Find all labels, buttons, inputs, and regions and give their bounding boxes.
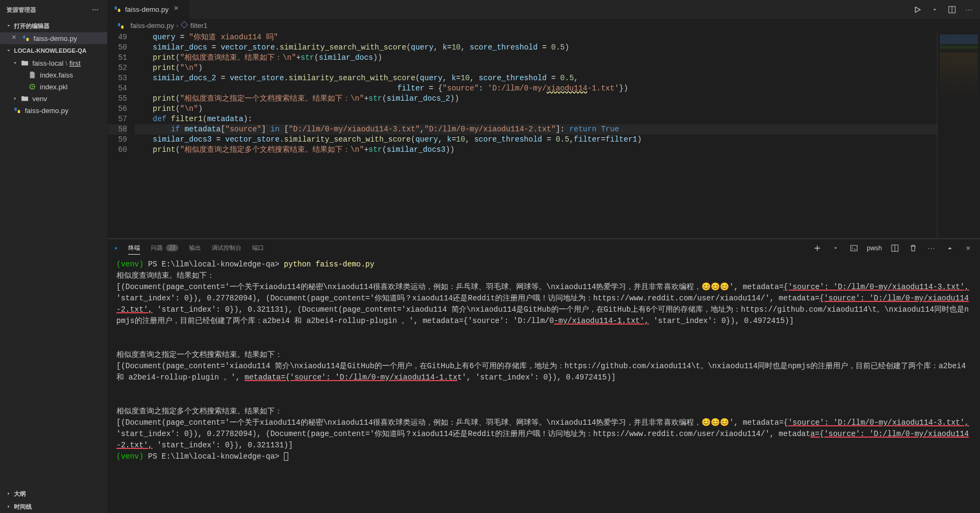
folder-faiss-local[interactable]: faiss-local \ first xyxy=(0,57,107,69)
open-editor-item[interactable]: faiss-demo.py xyxy=(0,32,107,44)
workspace-header[interactable]: LOCAL-KNOWLEDGE-QA xyxy=(0,44,107,57)
close-tab-icon[interactable] xyxy=(173,5,182,13)
open-editors-header[interactable]: 打开的编辑器 xyxy=(0,19,107,32)
tab-debug-console[interactable]: 调试控制台 xyxy=(212,242,241,254)
explorer-header: 资源管理器 ··· xyxy=(0,0,107,19)
terminal-profile-icon[interactable] xyxy=(849,243,859,254)
folder-icon xyxy=(20,59,29,67)
svg-rect-6 xyxy=(115,6,117,10)
chevron-down-icon xyxy=(4,22,13,30)
maximize-panel-icon[interactable] xyxy=(944,243,955,254)
terminal-output[interactable]: (venv) PS E:\llm\local-knowledge-qa> pyt… xyxy=(108,257,980,513)
chevron-right-icon: › xyxy=(176,22,178,30)
run-icon[interactable] xyxy=(912,4,923,15)
outline-label: 大纲 xyxy=(14,490,26,498)
split-terminal-icon[interactable] xyxy=(889,243,900,254)
bottom-panel: ● 终端 问题 23 输出 调试控制台 端口 xyxy=(108,238,980,513)
breadcrumb-file[interactable]: faiss-demo.py xyxy=(130,22,174,30)
new-terminal-icon[interactable] xyxy=(812,243,823,254)
folder-path-suffix: first xyxy=(69,59,81,67)
explorer-title: 资源管理器 xyxy=(6,6,36,14)
open-editor-filename: faiss-demo.py xyxy=(33,34,77,43)
tab-ports[interactable]: 端口 xyxy=(252,242,264,254)
cursor xyxy=(284,452,288,461)
folder-icon xyxy=(20,94,29,103)
tab-output[interactable]: 输出 xyxy=(189,242,201,254)
svg-rect-0 xyxy=(23,36,25,39)
editor[interactable]: 495051525354555657585960 query = "你知道 xi… xyxy=(108,32,980,238)
more-actions-icon[interactable]: ··· xyxy=(90,4,101,15)
folder-name: faiss-local xyxy=(32,59,64,67)
python-file-icon xyxy=(13,106,22,115)
tab-label: faiss-demo.py xyxy=(125,5,169,13)
svg-rect-4 xyxy=(15,108,17,111)
panel-tab-bar: ● 终端 问题 23 输出 调试控制台 端口 xyxy=(108,239,980,257)
more-actions-icon[interactable]: ··· xyxy=(926,243,937,254)
file-name: index.pkl xyxy=(40,83,67,91)
close-icon[interactable] xyxy=(11,34,19,43)
more-actions-icon[interactable]: ··· xyxy=(964,4,975,15)
chevron-right-icon xyxy=(4,502,13,511)
open-editors-label: 打开的编辑器 xyxy=(14,22,50,30)
tab-bar: faiss-demo.py ··· xyxy=(108,0,980,19)
timeline-label: 时间线 xyxy=(14,503,32,511)
chevron-right-icon xyxy=(11,94,19,103)
svg-point-3 xyxy=(32,86,33,88)
breadcrumb-symbol[interactable]: filter1 xyxy=(190,22,207,30)
minimap[interactable] xyxy=(937,32,980,238)
main-area: faiss-demo.py ··· faiss-demo.py › xyxy=(108,0,980,513)
chevron-right-icon xyxy=(4,489,13,498)
svg-rect-12 xyxy=(181,22,187,28)
shell-name[interactable]: pwsh xyxy=(867,244,882,252)
folder-name: venv xyxy=(32,95,47,103)
terminal-block-3: [(Document(page_content='一个关于xiaodu114的秘… xyxy=(116,417,971,451)
file-name: index.faiss xyxy=(40,71,73,79)
file-icon xyxy=(28,71,37,79)
chevron-down-icon[interactable] xyxy=(830,243,841,254)
explorer-sidebar: 资源管理器 ··· 打开的编辑器 faiss-demo.py LOCAL-KNO… xyxy=(0,0,108,513)
chevron-down-icon xyxy=(4,46,13,55)
line-numbers: 495051525354555657585960 xyxy=(108,32,135,238)
tab-problems[interactable]: 问题 23 xyxy=(151,242,178,254)
tab-faiss-demo[interactable]: faiss-demo.py xyxy=(108,0,190,19)
code-content[interactable]: query = "你知道 xiaodu114 吗" similar_docs =… xyxy=(135,32,937,238)
svg-rect-10 xyxy=(118,23,120,26)
chevron-down-icon xyxy=(11,59,19,67)
svg-rect-11 xyxy=(121,25,123,29)
terminal-block-2: [(Document(page_content='xiaodu114 简介\nx… xyxy=(116,361,971,383)
symbol-icon xyxy=(180,21,188,30)
timeline-header[interactable]: 时间线 xyxy=(0,500,107,513)
terminal-block-1: [(Document(page_content='一个关于xiaodu114的秘… xyxy=(116,282,971,327)
python-file-icon xyxy=(113,5,122,13)
file-name: faiss-demo.py xyxy=(25,107,68,115)
svg-rect-7 xyxy=(118,9,120,12)
folder-venv[interactable]: venv xyxy=(0,93,107,104)
tab-terminal[interactable]: 终端 xyxy=(128,242,140,255)
file-index-faiss[interactable]: index.faiss xyxy=(0,69,107,81)
breadcrumb[interactable]: faiss-demo.py › filter1 xyxy=(108,19,980,32)
file-faiss-demo[interactable]: faiss-demo.py xyxy=(0,104,107,116)
svg-rect-5 xyxy=(18,110,20,113)
workspace-label: LOCAL-KNOWLEDGE-QA xyxy=(14,47,86,54)
split-editor-icon[interactable] xyxy=(947,4,957,15)
dot-icon: ● xyxy=(114,245,117,251)
problems-count-badge: 23 xyxy=(166,244,178,251)
chevron-down-icon[interactable] xyxy=(929,4,940,15)
outline-header[interactable]: 大纲 xyxy=(0,487,107,500)
kill-terminal-icon[interactable] xyxy=(908,243,919,254)
python-file-icon xyxy=(116,22,125,30)
svg-rect-13 xyxy=(851,245,857,251)
close-panel-icon[interactable] xyxy=(963,243,974,254)
svg-rect-1 xyxy=(26,38,29,41)
gear-icon xyxy=(28,82,37,91)
file-index-pkl[interactable]: index.pkl xyxy=(0,81,107,93)
python-file-icon xyxy=(22,34,30,43)
